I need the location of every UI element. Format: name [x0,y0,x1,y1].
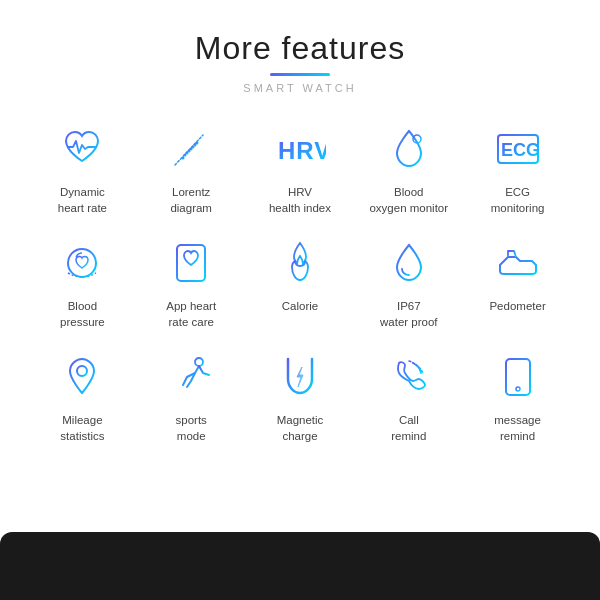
calorie-label: Calorie [282,298,318,314]
call-remind-label: Callremind [391,412,426,444]
svg-point-20 [195,358,203,366]
mileage-statistics-label: Mileagestatistics [60,412,104,444]
sports-mode-label: sportsmode [176,412,207,444]
feature-hrv-health-index: HRV HRVhealth index [248,120,353,216]
mileage-statistics-icon [53,348,111,406]
svg-rect-23 [506,359,530,395]
svg-point-7 [184,154,187,157]
blood-oxygen-label: Bloodoxygen monitor [369,184,448,216]
hrv-health-index-label: HRVhealth index [269,184,331,216]
feature-blood-oxygen: Bloodoxygen monitor [356,120,461,216]
svg-point-27 [516,387,520,391]
svg-point-8 [188,150,191,153]
calorie-icon [271,234,329,292]
feature-sports-mode: sportsmode [139,348,244,444]
feature-message-remind: messageremind [465,348,570,444]
ecg-monitoring-label: ECGmonitoring [491,184,545,216]
blood-pressure-label: Bloodpressure [60,298,105,330]
feature-ecg-monitoring: ECG ECGmonitoring [465,120,570,216]
page-wrapper: More features SMART WATCH Dyna [0,0,600,600]
magnetic-charge-label: Magneticcharge [277,412,324,444]
app-heart-care-label: App heartrate care [166,298,216,330]
feature-dynamic-heart-rate: Dynamicheart rate [30,120,135,216]
ip67-waterproof-label: IP67water proof [380,298,438,330]
magnetic-charge-icon [271,348,329,406]
main-title: More features [195,30,405,67]
subtitle: SMART WATCH [195,82,405,94]
feature-ip67-waterproof: IP67water proof [356,234,461,330]
app-heart-care-icon [162,234,220,292]
lorentz-diagram-label: Lorentzdiagram [170,184,212,216]
pedometer-icon [489,234,547,292]
feature-mileage-statistics: Mileagestatistics [30,348,135,444]
svg-point-10 [182,157,185,160]
call-remind-icon [380,348,438,406]
hrv-health-index-icon: HRV [271,120,329,178]
ecg-monitoring-icon: ECG [489,120,547,178]
feature-app-heart-care: App heartrate care [139,234,244,330]
ip67-waterproof-icon [380,234,438,292]
blood-pressure-icon [53,234,111,292]
header: More features SMART WATCH [195,30,405,112]
lorentz-diagram-icon [162,120,220,178]
svg-text:ECG: ECG [501,140,540,160]
dynamic-heart-rate-icon [53,120,111,178]
feature-blood-pressure: Bloodpressure [30,234,135,330]
svg-text:HRV: HRV [278,137,326,164]
feature-pedometer: Pedometer [465,234,570,330]
feature-calorie: Calorie [248,234,353,330]
pedometer-label: Pedometer [489,298,545,314]
title-underline [270,73,330,76]
message-remind-icon [489,348,547,406]
blood-oxygen-icon [380,120,438,178]
svg-point-9 [196,142,199,145]
message-remind-label: messageremind [494,412,541,444]
svg-point-19 [77,366,87,376]
feature-call-remind: Callremind [356,348,461,444]
feature-magnetic-charge: Magneticcharge [248,348,353,444]
sports-mode-icon [162,348,220,406]
dynamic-heart-rate-label: Dynamicheart rate [58,184,107,216]
bottom-bar [0,532,600,600]
feature-lorentz-diagram: Lorentzdiagram [139,120,244,216]
features-grid: Dynamicheart rate [20,120,580,445]
